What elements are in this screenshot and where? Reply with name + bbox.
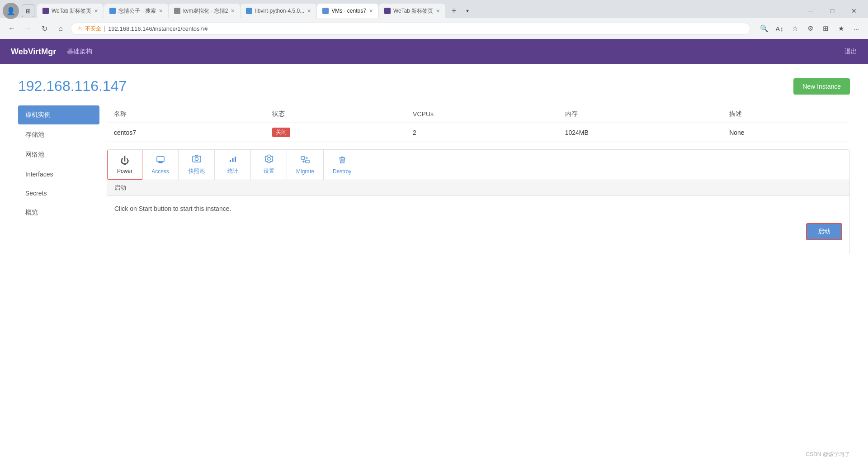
tab-icon-5 (322, 8, 329, 14)
sidebar-item-secrets[interactable]: Secrets (18, 184, 99, 202)
action-tab-migrate[interactable]: Migrate (287, 150, 324, 180)
svg-rect-9 (306, 160, 309, 163)
power-panel: 启动 Click on Start button to start this i… (107, 180, 850, 254)
minimize-btn[interactable]: ─ (800, 4, 821, 18)
action-tab-access-label: Access (151, 168, 169, 175)
action-tab-stats[interactable]: 统计 (215, 150, 251, 180)
col-name: 名称 (107, 105, 265, 123)
action-tab-access[interactable]: Access (142, 150, 179, 180)
action-tab-power-label: Power (117, 168, 132, 174)
tab-wetab-1[interactable]: WeTab 新标签页 ✕ (37, 4, 104, 18)
action-tab-snapshot-label: 快照池 (189, 167, 205, 175)
tab-label-5: VMs - centos7 (331, 8, 366, 14)
svg-rect-5 (230, 160, 231, 162)
vm-status-cell: 关闭 (265, 123, 406, 142)
svg-rect-3 (193, 156, 201, 162)
action-tabs: ⏻ Power Access 快照池 (107, 149, 850, 180)
destroy-icon (338, 155, 347, 167)
tab-icon-6 (384, 8, 391, 14)
tab-close-1[interactable]: ✕ (94, 8, 98, 14)
content-area: 名称 状态 VCPUs 内存 描述 centos7 关闭 (107, 105, 850, 254)
search-icon-btn[interactable]: 🔍 (758, 22, 770, 35)
table-row: centos7 关闭 2 1024MB None (107, 123, 850, 142)
page-header: 192.168.116.147 New Instance (18, 78, 850, 95)
sidebar-item-storage-pool[interactable]: 存储池 (18, 125, 99, 144)
menu-btn[interactable]: ··· (850, 22, 863, 35)
top-nav: WebVirtMgr 基础架构 退出 (0, 39, 868, 64)
tab-close-4[interactable]: ✕ (307, 8, 311, 14)
tab-kvm[interactable]: kvm虚拟化 - 忘情2 ✕ (169, 4, 240, 18)
refresh-btn[interactable]: ↻ (38, 22, 51, 35)
address-separator: | (104, 25, 105, 32)
tab-libvirt[interactable]: libvirt-python-4.5.0... ✕ (241, 4, 316, 18)
new-tab-btn[interactable]: + (448, 5, 460, 17)
svg-rect-8 (301, 157, 305, 159)
vm-name: centos7 (107, 123, 265, 142)
action-tab-settings[interactable]: 设置 (251, 150, 287, 180)
svg-rect-1 (159, 162, 162, 162)
panel-header: 启动 (107, 180, 849, 196)
sidebar-item-interfaces[interactable]: Interfaces (18, 165, 99, 183)
sidebar-item-vm-instances[interactable]: 虚机实例 (18, 105, 99, 124)
tab-label-6: WeTab 新标签页 (393, 7, 433, 15)
col-vcpus: VCPUs (406, 105, 558, 123)
action-tab-stats-label: 统计 (227, 167, 238, 175)
reader-mode-btn[interactable]: A↕ (773, 22, 786, 35)
nav-link-infrastructure[interactable]: 基础架构 (67, 48, 92, 56)
vm-vcpus: 2 (406, 123, 558, 142)
sidebar-item-overview[interactable]: 概览 (18, 203, 99, 222)
tab-label-1: WeTab 新标签页 (52, 7, 91, 15)
tab-vms-centos7[interactable]: VMs - centos7 ✕ (317, 4, 378, 18)
sidebar-label-vm-instances: 虚机实例 (25, 111, 51, 118)
tab-label-4: libvirt-python-4.5.0... (255, 8, 304, 14)
forward-btn[interactable]: → (22, 22, 34, 35)
close-btn[interactable]: ✕ (844, 4, 864, 18)
back-btn[interactable]: ← (5, 22, 18, 35)
sidebar-label-interfaces: Interfaces (25, 171, 53, 178)
tab-dropdown-btn[interactable]: ▾ (461, 5, 474, 17)
address-box[interactable]: ⚠ 不安全 | 192.168.116.146/instance/1/cento… (71, 23, 750, 35)
panel-actions: 启动 (114, 223, 842, 240)
vm-table: 名称 状态 VCPUs 内存 描述 centos7 关闭 (107, 105, 850, 142)
stats-icon (228, 154, 237, 166)
col-status: 状态 (265, 105, 406, 123)
col-memory: 内存 (558, 105, 722, 123)
lock-icon: ⚠ (77, 25, 82, 32)
action-tab-snapshot[interactable]: 快照池 (179, 150, 215, 180)
browser-actions: 🔍 A↕ ☆ ⚙ ⊞ ★ ··· (758, 22, 863, 35)
power-icon: ⏻ (120, 156, 129, 166)
tab-search-1[interactable]: 忘情公子 - 搜索 ✕ (104, 4, 168, 18)
svg-rect-2 (158, 162, 163, 163)
page-ip: 192.168.116.147 (18, 78, 127, 95)
tab-close-3[interactable]: ✕ (231, 8, 235, 14)
brand-label: WebVirtMgr (11, 47, 56, 57)
tab-icon-4 (246, 8, 252, 14)
extension-btn[interactable]: ⚙ (804, 22, 816, 35)
start-button[interactable]: 启动 (806, 223, 842, 240)
star-btn[interactable]: ★ (835, 22, 847, 35)
new-instance-button[interactable]: New Instance (793, 78, 850, 95)
action-tab-destroy[interactable]: Destroy (324, 150, 360, 180)
tab-close-6[interactable]: ✕ (436, 8, 440, 14)
tab-close-5[interactable]: ✕ (369, 8, 373, 14)
tab-bar: 👤 ⊞ WeTab 新标签页 ✕ 忘情公子 - 搜索 ✕ kvm虚拟化 - 忘情… (0, 0, 868, 18)
action-tab-power[interactable]: ⏻ Power (107, 149, 143, 180)
action-tab-migrate-label: Migrate (296, 168, 314, 175)
sidebar-item-network-pool[interactable]: 网络池 (18, 145, 99, 164)
main-layout: 虚机实例 存储池 网络池 Interfaces Secrets 概览 (18, 105, 850, 254)
action-tab-destroy-label: Destroy (333, 168, 351, 175)
maximize-btn[interactable]: □ (822, 4, 843, 18)
favorite-btn[interactable]: ☆ (788, 22, 801, 35)
address-text: 192.168.116.146/instance/1/centos7/# (108, 25, 208, 32)
tab-label-2: 忘情公子 - 搜索 (118, 7, 156, 15)
logout-link[interactable]: 退出 (844, 48, 857, 56)
tab-icon-1 (42, 8, 49, 14)
tab-close-2[interactable]: ✕ (159, 8, 163, 14)
tab-manager-btn[interactable]: ⊞ (22, 5, 34, 17)
profile-btn[interactable]: ⊞ (819, 22, 832, 35)
sidebar-label-secrets: Secrets (25, 190, 47, 197)
tab-wetab-2[interactable]: WeTab 新标签页 ✕ (379, 4, 445, 18)
home-btn[interactable]: ⌂ (54, 22, 67, 35)
status-badge: 关闭 (272, 128, 290, 137)
sidebar-label-network-pool: 网络池 (25, 151, 44, 158)
